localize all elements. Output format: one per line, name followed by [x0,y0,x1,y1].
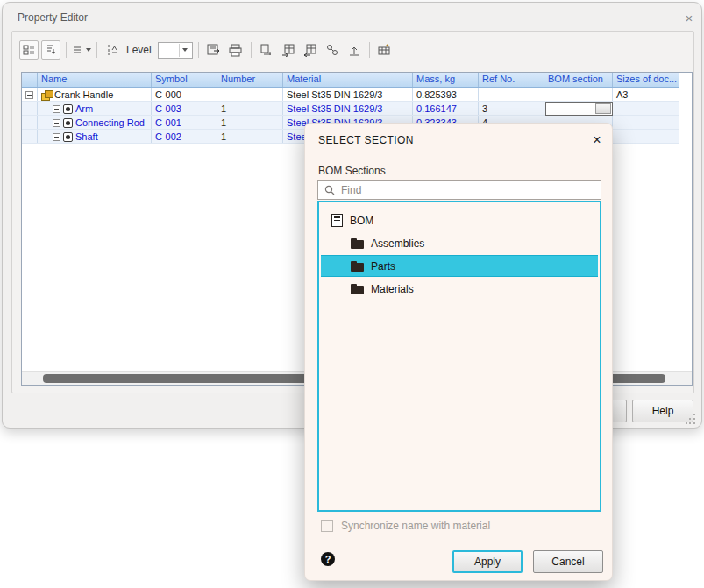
material-cell[interactable]: Steel St35 DIN 1629/3 [283,102,413,115]
help-icon[interactable]: ? [321,552,335,566]
table-settings-icon[interactable] [375,40,395,60]
collapse-icon[interactable] [53,133,60,141]
bom-section-cell[interactable] [544,88,613,101]
sizes-cell[interactable] [613,102,679,115]
bom-sections-tree: BOM Assemblies Parts Materials [317,201,601,512]
sort-icon[interactable] [41,40,60,60]
find-input[interactable] [341,184,578,196]
number-cell[interactable] [217,88,283,101]
link-icon[interactable] [323,40,342,60]
sizes-cell[interactable] [613,116,679,129]
dialog-title: SELECT SECTION [318,134,414,146]
close-icon[interactable]: × [587,131,607,150]
document-icon [331,214,343,227]
header-gutter [22,73,38,87]
number-cell[interactable]: 1 [217,130,283,143]
column-header-ref[interactable]: Ref No. [479,73,544,87]
collapse-icon[interactable] [25,91,33,99]
number-cell[interactable]: 1 [217,116,283,129]
folder-icon [351,261,364,272]
chevron-down-icon[interactable] [179,44,190,57]
row-gutter [22,116,38,129]
row-gutter [22,102,38,115]
column-header-mass[interactable]: Mass, kg [413,73,479,87]
collapse-icon[interactable] [53,119,60,127]
print-icon[interactable] [226,40,245,60]
tree-item-parts[interactable]: Parts [321,255,598,277]
row-gutter [22,88,38,101]
symbol-cell[interactable]: C-003 [152,102,217,115]
browse-ellipsis-button[interactable]: ... [595,103,611,114]
part-icon [63,118,73,128]
symbol-cell[interactable]: C-000 [152,88,217,101]
select-section-dialog: SELECT SECTION × BOM Sections BOM Assemb… [304,123,613,581]
cancel-button[interactable]: Cancel [533,550,603,573]
symbol-cell[interactable]: C-001 [152,116,217,129]
tree-item-materials[interactable]: Materials [321,278,598,300]
symbol-cell[interactable]: C-002 [152,130,217,143]
name-cell[interactable]: Connecting Rod [38,116,152,129]
name-cell[interactable]: Crank Handle [38,88,152,101]
tree-item-assemblies[interactable]: Assemblies [321,232,598,254]
bom-sections-label: BOM Sections [318,165,386,177]
insert-row-icon[interactable] [279,40,298,60]
table-row[interactable]: Arm C-003 1 Steel St35 DIN 1629/3 0.1661… [22,102,679,116]
renumber-icon[interactable] [103,40,122,60]
export-icon[interactable] [204,40,224,60]
bom-section-editor[interactable]: ... [545,102,613,116]
list-options-dropdown-icon[interactable] [72,40,91,60]
table-header: Name Symbol Number Material Mass, kg Ref… [22,73,679,88]
part-icon [63,104,73,114]
sync-checkbox-label: Synchronize name with material [341,520,490,532]
level-combobox[interactable] [158,42,193,59]
toolbar-separator [66,42,67,58]
toolbar-separator [369,42,370,58]
apply-button[interactable]: Apply [452,550,523,573]
mass-cell[interactable]: 0.166147 [413,102,479,115]
row-gutter [22,130,38,143]
name-cell[interactable]: Arm [38,102,152,115]
sizes-cell[interactable]: A3 [613,88,679,101]
insert-column-icon[interactable] [301,40,320,60]
find-box[interactable] [317,180,601,200]
collapse-icon[interactable] [53,105,60,113]
assembly-icon [41,90,52,100]
sync-checkbox[interactable] [321,520,333,532]
properties-view-icon[interactable] [19,40,39,60]
folder-icon [351,284,364,294]
sizes-cell[interactable] [613,130,679,143]
number-cell[interactable]: 1 [217,102,283,115]
help-button[interactable]: Help [632,400,693,422]
mass-cell[interactable]: 0.825393 [413,88,479,101]
column-header-number[interactable]: Number [217,73,283,87]
tree-item-bom[interactable]: BOM [321,209,598,231]
material-cell[interactable]: Steel St35 DIN 1629/3 [283,88,413,101]
column-header-symbol[interactable]: Symbol [152,73,217,87]
window-title: Property Editor [18,11,88,24]
toolbar-separator [198,42,199,58]
ref-cell[interactable]: 3 [479,102,544,115]
search-icon [324,185,335,195]
sync-checkbox-row: Synchronize name with material [321,520,490,532]
column-header-bom-section[interactable]: BOM section [544,73,613,87]
part-icon [63,132,73,142]
resize-grip-icon[interactable] [686,414,696,424]
level-label: Level [126,44,152,56]
toolbar: Level [19,39,395,61]
copy-structure-icon[interactable] [257,40,276,60]
toolbar-separator [251,42,252,58]
folder-icon [351,238,364,249]
table-row[interactable]: Crank Handle C-000 Steel St35 DIN 1629/3… [22,88,679,102]
column-header-material[interactable]: Material [283,73,413,87]
column-header-name[interactable]: Name [38,73,152,87]
name-cell[interactable]: Shaft [38,130,152,143]
toolbar-separator [96,42,97,58]
ref-cell[interactable] [479,88,544,101]
close-icon[interactable]: × [680,10,698,27]
column-header-sizes[interactable]: Sizes of doc... [613,73,679,87]
unlink-icon[interactable] [345,40,364,60]
